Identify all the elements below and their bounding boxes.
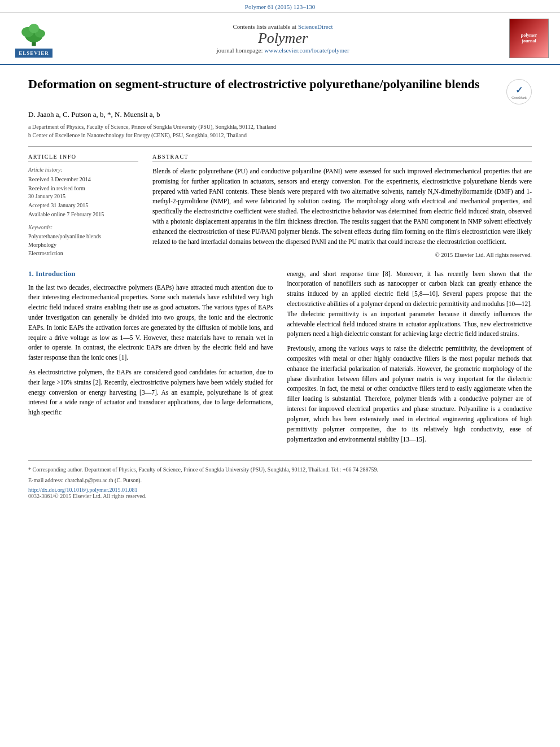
abstract-text: Blends of elastic polyurethane (PU) and … <box>152 167 532 247</box>
homepage-link[interactable]: www.elsevier.com/locate/polymer <box>264 47 349 54</box>
article-title: Deformation on segment-structure of elec… <box>28 76 498 93</box>
doi-link[interactable]: http://dx.doi.org/10.1016/j.polymer.2015… <box>28 487 532 493</box>
email-note: E-mail address: chatchai.p@psu.ac.th (C.… <box>28 476 532 484</box>
science-direct-label: Contents lists available at ScienceDirec… <box>68 23 498 30</box>
keyword-2: Morphology <box>28 241 138 249</box>
citation-text: Polymer 61 (2015) 123–130 <box>245 3 315 10</box>
journal-citation: Polymer 61 (2015) 123–130 <box>0 0 560 13</box>
svg-point-4 <box>29 24 39 33</box>
received-date: Received 3 December 2014 <box>28 176 138 184</box>
article-info-label: ARTICLE INFO <box>28 154 138 162</box>
article-info-column: ARTICLE INFO Article history: Received 3… <box>28 154 138 258</box>
divider-1 <box>28 146 532 147</box>
body-para-2: As electrostrictive polymers, the EAPs a… <box>28 368 273 418</box>
body-para-4: Previously, among the various ways to ra… <box>287 344 532 444</box>
elsevier-label: ELSEVIER <box>15 49 53 58</box>
keywords-list: Polyurethane/polyaniline blends Morpholo… <box>28 232 138 257</box>
footer-section: * Corresponding author. Department of Ph… <box>28 460 532 499</box>
available-online: Available online 7 February 2015 <box>28 211 138 219</box>
elsevier-tree-icon <box>11 19 56 47</box>
footer-copyright: 0032-3861/© 2015 Elsevier Ltd. All right… <box>28 493 532 499</box>
info-abstract-section: ARTICLE INFO Article history: Received 3… <box>28 154 532 258</box>
section-1-heading: 1. Introduction <box>28 269 273 278</box>
history-label: Article history: <box>28 167 138 173</box>
accepted-date: Accepted 31 January 2015 <box>28 202 138 209</box>
affiliation-a: a Department of Physics, Faculty of Scie… <box>28 123 532 131</box>
body-left-col: 1. Introduction In the last two decades,… <box>28 269 273 449</box>
authors-line: D. Jaaoh a, C. Putson a, b, *, N. Muensi… <box>28 110 532 119</box>
body-right-col: energy, and short response time [8]. Mor… <box>287 269 532 449</box>
homepage-line: journal homepage: www.elsevier.com/locat… <box>68 47 498 54</box>
article-title-section: Deformation on segment-structure of elec… <box>28 76 532 104</box>
crossmark-badge-container[interactable]: ✓ CrossMark <box>506 79 532 104</box>
journal-title: Polymer <box>68 30 498 47</box>
affiliation-b: b Center of Excellence in Nanotechnology… <box>28 131 532 139</box>
journal-center-info: Contents lists available at ScienceDirec… <box>68 23 498 54</box>
corresponding-author-note: * Corresponding author. Department of Ph… <box>28 465 532 474</box>
keyword-3: Electrostriction <box>28 249 138 257</box>
abstract-copyright: © 2015 Elsevier Ltd. All rights reserved… <box>152 252 532 258</box>
polymer-journal-logo: polymerjournal <box>509 19 549 58</box>
abstract-column: ABSTRACT Blends of elastic polyurethane … <box>152 154 532 258</box>
body-section: 1. Introduction In the last two decades,… <box>28 269 532 449</box>
science-direct-link[interactable]: ScienceDirect <box>298 23 333 30</box>
crossmark-icon[interactable]: ✓ CrossMark <box>506 79 532 104</box>
received-revised: Received in revised form 30 January 2015 <box>28 185 138 200</box>
abstract-label: ABSTRACT <box>152 154 532 162</box>
main-content: Deformation on segment-structure of elec… <box>0 65 560 510</box>
body-para-1: In the last two decades, electroactive p… <box>28 283 273 364</box>
affiliations: a Department of Physics, Faculty of Scie… <box>28 123 532 139</box>
journal-header: ELSEVIER Contents lists available at Sci… <box>0 13 560 65</box>
elsevier-logo: ELSEVIER <box>11 19 56 58</box>
keywords-label: Keywords: <box>28 224 138 230</box>
keyword-1: Polyurethane/polyaniline blends <box>28 232 138 241</box>
body-para-3: energy, and short response time [8]. Mor… <box>287 269 532 340</box>
